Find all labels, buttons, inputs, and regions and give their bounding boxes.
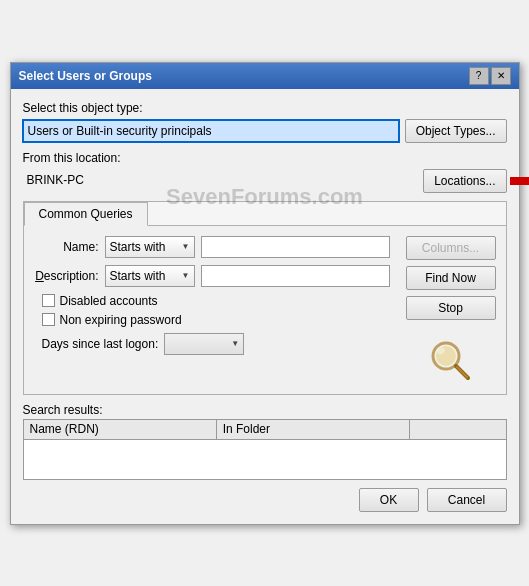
location-section: From this location: BRINK-PC Locations..… [23,151,507,193]
object-type-label: Select this object type: [23,101,507,115]
results-table: Name (RDN) In Folder [23,419,507,480]
dialog-body: Select this object type: Object Types...… [11,89,519,524]
non-expiring-label: Non expiring password [60,313,182,327]
search-icon-area [406,338,496,384]
search-results-section: Search results: Name (RDN) In Folder [23,403,507,480]
search-results-label: Search results: [23,403,507,417]
svg-line-6 [457,367,467,377]
dialog-title: Select Users or Groups [19,69,152,83]
queries-tab-container: Common Queries Name: Starts with ▼ [23,201,507,395]
days-logon-label: Days since last logon: [42,337,159,351]
location-value: BRINK-PC [23,170,418,192]
find-now-button[interactable]: Find Now [406,266,496,290]
col-empty-header [409,419,506,439]
locations-arrow-indicator [510,166,530,196]
stop-button[interactable]: Stop [406,296,496,320]
ok-button[interactable]: OK [359,488,419,512]
object-type-row: Object Types... [23,119,507,143]
close-button[interactable]: ✕ [491,67,511,85]
disabled-accounts-row: Disabled accounts [42,294,390,308]
query-form: Name: Starts with ▼ Description: Starts [34,236,390,384]
dialog-window: Select Users or Groups ? ✕ Select this o… [10,62,520,525]
disabled-accounts-label: Disabled accounts [60,294,158,308]
days-dropdown-arrow: ▼ [231,339,239,348]
columns-button[interactable]: Columns... [406,236,496,260]
object-type-section: Select this object type: Object Types... [23,101,507,143]
name-dropdown-arrow: ▼ [182,242,190,251]
tab-body: Name: Starts with ▼ Description: Starts [24,226,506,394]
title-bar-controls: ? ✕ [469,67,511,85]
desc-dropdown-arrow: ▼ [182,271,190,280]
name-starts-dropdown[interactable]: Starts with ▼ [105,236,195,258]
description-query-row: Description: Starts with ▼ [34,265,390,287]
name-query-row: Name: Starts with ▼ [34,236,390,258]
days-logon-dropdown[interactable]: ▼ [164,333,244,355]
name-query-label: Name: [34,240,99,254]
description-query-label: Description: [34,269,99,283]
empty-results-row [23,439,506,479]
footer-buttons: OK Cancel [23,488,507,512]
col-folder-header: In Folder [216,419,409,439]
query-main-row: Name: Starts with ▼ Description: Starts [34,236,496,384]
object-type-input[interactable] [23,120,399,142]
description-starts-dropdown[interactable]: Starts with ▼ [105,265,195,287]
title-bar: Select Users or Groups ? ✕ [11,63,519,89]
cancel-button[interactable]: Cancel [427,488,507,512]
svg-rect-1 [510,177,530,185]
col-name-header: Name (RDN) [23,419,216,439]
non-expiring-row: Non expiring password [42,313,390,327]
name-query-input[interactable] [201,236,390,258]
disabled-accounts-checkbox[interactable] [42,294,55,307]
right-buttons-panel: Columns... Find Now Stop [406,236,496,384]
location-row: BRINK-PC Locations... [23,169,507,193]
object-types-button[interactable]: Object Types... [405,119,507,143]
non-expiring-checkbox[interactable] [42,313,55,326]
description-query-input[interactable] [201,265,390,287]
tab-common-queries[interactable]: Common Queries [24,202,148,226]
location-label: From this location: [23,151,507,165]
search-icon [428,338,474,384]
days-logon-row: Days since last logon: ▼ [42,333,390,355]
tab-header: Common Queries [24,202,506,226]
locations-button[interactable]: Locations... [423,169,506,193]
help-button[interactable]: ? [469,67,489,85]
